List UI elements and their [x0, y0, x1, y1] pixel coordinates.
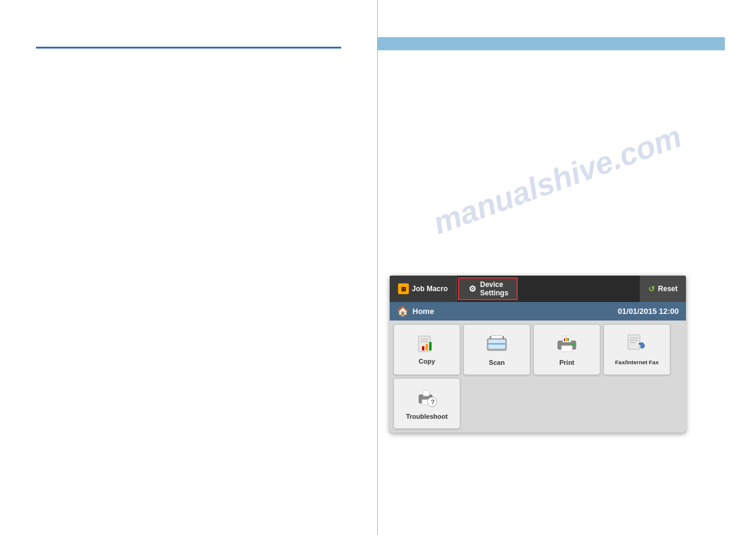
- svg-rect-4: [426, 344, 428, 350]
- right-panel: manualshive.com ⊞ Job Macro ⚙ DeviceSett…: [378, 0, 756, 535]
- fax-tile[interactable]: Fax/Internet Fax: [603, 324, 670, 375]
- left-panel: [0, 0, 377, 535]
- right-blue-bar: [378, 37, 725, 50]
- svg-rect-18: [630, 337, 638, 338]
- device-row-1: Copy: [393, 324, 682, 375]
- svg-rect-15: [567, 338, 569, 341]
- print-tile[interactable]: Print: [533, 324, 600, 375]
- print-icon: [555, 334, 578, 356]
- watermark: manualshive.com: [386, 44, 728, 316]
- print-label: Print: [559, 359, 574, 366]
- device-icon-grid: Copy: [390, 321, 686, 433]
- fax-icon: [626, 334, 648, 356]
- svg-point-16: [572, 343, 575, 346]
- gear-icon: ⚙: [467, 284, 477, 294]
- scan-icon: [485, 334, 508, 356]
- troubleshoot-label: Troubleshoot: [406, 413, 448, 420]
- job-macro-button[interactable]: ⊞ Job Macro: [390, 276, 457, 302]
- home-bar: 🏠 Home 01/01/2015 12:00: [390, 302, 686, 321]
- home-icon: 🏠: [397, 306, 409, 317]
- device-row-2: ? Troubleshoot: [393, 378, 682, 429]
- device-settings-label: DeviceSettings: [480, 280, 508, 297]
- job-macro-label: Job Macro: [412, 285, 448, 293]
- home-left: 🏠 Home: [397, 306, 434, 317]
- svg-rect-14: [566, 337, 567, 341]
- svg-rect-23: [423, 391, 429, 396]
- left-blue-line: [36, 47, 341, 49]
- troubleshoot-tile[interactable]: ? Troubleshoot: [393, 378, 460, 429]
- svg-rect-19: [630, 340, 638, 341]
- copy-label: Copy: [418, 358, 435, 365]
- home-label: Home: [412, 307, 434, 316]
- scan-tile[interactable]: Scan: [463, 324, 530, 375]
- copy-tile[interactable]: Copy: [393, 324, 460, 375]
- svg-rect-3: [422, 346, 424, 350]
- svg-rect-13: [564, 338, 565, 341]
- svg-rect-20: [630, 342, 636, 343]
- reset-icon: ↺: [648, 285, 655, 294]
- reset-button[interactable]: ↺ Reset: [640, 276, 686, 302]
- copy-icon: [416, 335, 438, 355]
- reset-label: Reset: [658, 285, 678, 293]
- troubleshoot-icon: ?: [415, 388, 438, 410]
- device-topbar: ⊞ Job Macro ⚙ DeviceSettings ↺ Reset: [390, 276, 686, 302]
- svg-text:?: ?: [431, 398, 435, 406]
- scan-label: Scan: [489, 359, 505, 366]
- svg-rect-5: [429, 342, 432, 350]
- job-macro-icon: ⊞: [398, 283, 409, 294]
- svg-rect-11: [561, 346, 572, 352]
- svg-rect-2: [420, 341, 429, 342]
- fax-label: Fax/Internet Fax: [615, 359, 659, 365]
- datetime-display: 01/01/2015 12:00: [618, 307, 679, 316]
- svg-rect-1: [420, 338, 429, 340]
- device-settings-button[interactable]: ⚙ DeviceSettings: [458, 277, 518, 300]
- device-ui: ⊞ Job Macro ⚙ DeviceSettings ↺ Reset 🏠 H…: [390, 276, 686, 433]
- svg-rect-9: [491, 335, 502, 338]
